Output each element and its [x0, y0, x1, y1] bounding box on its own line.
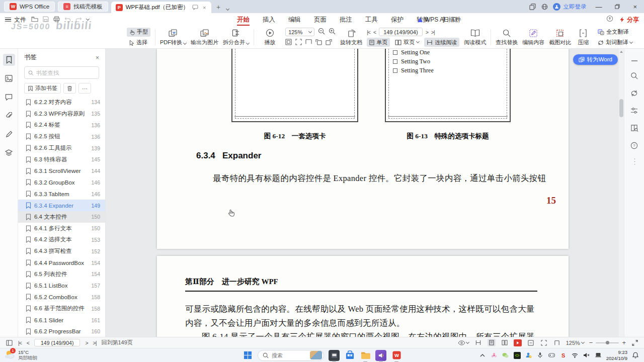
bookmark-item[interactable]: 6.3.3 TabItem146 [18, 188, 105, 200]
pdf-convert-button[interactable]: W PDF转换 [160, 29, 186, 46]
annotate-pen-icon[interactable] [3, 128, 15, 140]
tray-account-shield-icon[interactable] [525, 352, 532, 359]
document-scrollbar[interactable] [619, 49, 624, 337]
zoom-select[interactable]: 125% [285, 28, 314, 36]
statusbar-first-page[interactable]: |< [18, 340, 22, 346]
bookmark-item[interactable]: 6.6 基于范围的控件158 [18, 303, 105, 314]
zoom-slider-plus[interactable]: + [622, 339, 626, 346]
window-switch-icon[interactable] [529, 3, 536, 10]
menu-tab-6[interactable]: 工具 [359, 13, 384, 26]
settings-sliders-icon[interactable] [630, 107, 638, 116]
read-mode-button[interactable]: 阅读模式 [464, 29, 486, 46]
menu-tab-2[interactable]: 插入 [256, 13, 282, 26]
taskbar-search[interactable] [258, 350, 324, 361]
save-icon[interactable] [43, 15, 49, 24]
tray-gamebar-icon[interactable] [548, 352, 555, 359]
page-number-box[interactable]: 149 (149/904) [379, 28, 423, 36]
hidden-icons-chevron[interactable] [479, 352, 486, 359]
bookmark-item[interactable]: 6.3.2 GroupBox146 [18, 177, 105, 189]
fit-page-status-icon[interactable] [527, 339, 535, 346]
bookmarks-close-icon[interactable]: × [96, 54, 99, 61]
app-window-icon[interactable] [329, 350, 340, 361]
bookmark-item[interactable]: 6.2.3 WPF内容原则135 [18, 108, 105, 120]
collapse-toolbar-icon[interactable] [631, 55, 638, 64]
undo-icon[interactable] [64, 15, 71, 24]
snapshot-compare-button[interactable]: 截图对比 [549, 29, 571, 46]
redo-icon[interactable] [75, 15, 82, 24]
first-page-icon[interactable]: |< [367, 29, 370, 35]
fit-height-status-icon[interactable] [553, 339, 561, 346]
thumbnails-panel-icon[interactable] [3, 72, 15, 84]
more-actions-button[interactable]: ··· [78, 83, 91, 94]
start-button[interactable] [242, 350, 253, 361]
translate-panel-icon[interactable] [630, 89, 638, 99]
comments-panel-icon[interactable] [3, 91, 15, 103]
bookmark-item[interactable]: 6.2.6 工具提示139 [18, 142, 105, 154]
zoom-slider[interactable]: − + [589, 339, 626, 346]
bookmarks-panel-icon[interactable] [3, 54, 15, 66]
taskbar-weather-widget[interactable]: 1 15°C 局部晴朗 [4, 349, 37, 361]
new-tab-button[interactable]: ＋ [212, 3, 224, 12]
tray-wechat-icon[interactable] [502, 352, 509, 359]
bookmark-item[interactable]: 6.4.1 多行文本150 [18, 223, 105, 234]
attachments-panel-icon[interactable] [3, 110, 15, 122]
two-page-view-icon[interactable] [501, 339, 509, 346]
search-panel-icon[interactable] [630, 72, 638, 81]
close-button[interactable]: × [629, 3, 641, 11]
open-folder-icon[interactable] [31, 15, 38, 24]
bookmark-item[interactable]: 6.5.1 ListBox157 [18, 280, 105, 292]
split-merge-button[interactable]: 拆分合并 [223, 29, 249, 46]
view-options-icon[interactable] [457, 339, 469, 346]
file-menu[interactable]: 文件 [14, 16, 26, 24]
login-button[interactable]: 立即登录 [553, 3, 586, 11]
help-icon[interactable]: ? [630, 142, 638, 151]
document-viewport[interactable]: Setting OneSetting TwoSetting Three 图 6-… [106, 49, 624, 337]
zoom-out-icon[interactable] [318, 28, 325, 37]
statusbar-page-box[interactable]: 149 (149/904) [34, 339, 80, 346]
bookmark-item[interactable]: 6.6.2 ProgressBar160 [18, 326, 105, 337]
scroll-up-icon[interactable] [620, 51, 623, 53]
bookmark-item[interactable]: 6.5 列表控件154 [18, 268, 105, 280]
menu-tab-5[interactable]: 批注 [333, 13, 359, 26]
bookmark-search-input[interactable] [36, 70, 95, 76]
tab-close-icon[interactable]: × [202, 5, 207, 11]
more-panels-icon[interactable]: ··· [631, 158, 637, 166]
autoplay-button[interactable] [514, 339, 522, 346]
bookmark-item[interactable]: 6.4.4 PasswordBox154 [18, 257, 105, 268]
print-icon[interactable] [53, 15, 60, 24]
tray-sogou-icon[interactable]: S [560, 352, 567, 359]
statusbar-prev-page[interactable]: < [27, 340, 29, 346]
prev-page-icon[interactable]: < [373, 29, 376, 35]
taskbar-clock[interactable]: 9:23 2024/10/9 [606, 349, 627, 361]
last-page-icon[interactable]: >| [431, 29, 435, 35]
rotate-left-icon[interactable] [315, 38, 322, 47]
export-image-button[interactable]: 输出为图片 [191, 29, 218, 46]
fullscreen-icon[interactable] [631, 339, 639, 346]
fit-height-icon[interactable] [305, 38, 312, 47]
bookmark-search[interactable] [24, 66, 99, 79]
media-player-icon[interactable] [375, 350, 386, 361]
rotate-right-icon[interactable] [326, 38, 332, 47]
bookmark-item[interactable]: 6.4.3 拼写检查152 [18, 245, 105, 257]
bookmark-item[interactable]: 6.4 文本控件150 [18, 211, 105, 223]
menu-tab-1[interactable]: 开始 [230, 13, 256, 26]
statusbar-next-page[interactable]: > [85, 340, 88, 346]
next-page-icon[interactable]: > [426, 29, 428, 35]
statusbar-last-page[interactable]: >| [93, 340, 97, 346]
microsoft-store-icon[interactable] [344, 350, 355, 361]
statusbar-zoom-select[interactable]: 125% [566, 340, 584, 346]
full-translate-button[interactable]: A文 全文翻译 [595, 28, 635, 37]
minimize-button[interactable]: — [591, 3, 606, 11]
toggle-sidebar-icon[interactable] [5, 339, 13, 346]
zoom-slider-track[interactable] [596, 342, 619, 343]
compress-button[interactable]: 压缩 [576, 29, 591, 46]
wps-office-icon[interactable]: W [391, 350, 402, 361]
tray-microphone-icon[interactable] [537, 352, 544, 359]
single-page-button[interactable]: 单页 [367, 38, 390, 47]
menu-tab-7[interactable]: 保护 [384, 13, 410, 26]
bookmark-item[interactable]: 6.5.2 ComboBox158 [18, 292, 105, 303]
hamburger-icon[interactable] [5, 17, 11, 23]
convert-to-word-button[interactable]: W 转为Word [573, 54, 618, 65]
search-highlight-thumbnail[interactable] [310, 351, 322, 359]
word-translate-button[interactable]: 划词翻译 [595, 38, 635, 47]
